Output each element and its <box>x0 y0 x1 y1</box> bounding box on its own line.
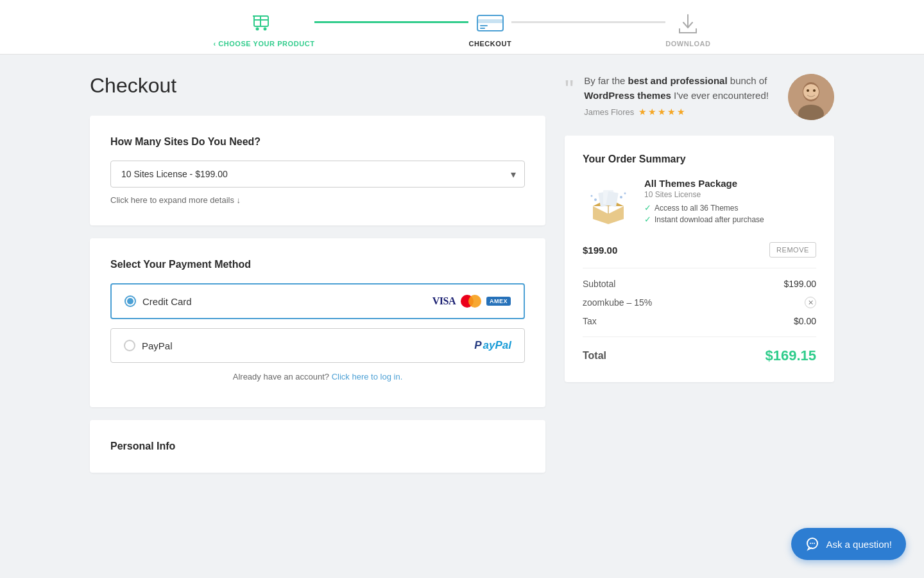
visa-logo: VISA <box>432 295 456 307</box>
quote-mark-icon: " <box>565 76 574 102</box>
testimonial-stars: ★★★★★ <box>638 107 687 117</box>
step-checkout-label: CHECKOUT <box>468 40 511 48</box>
testimonial: " By far the best and professional bunch… <box>565 74 834 120</box>
remove-button[interactable]: REMOVE <box>769 242 816 258</box>
login-link[interactable]: Click here to log in. <box>332 372 403 381</box>
radio-inner <box>127 298 133 304</box>
svg-point-22 <box>591 195 593 197</box>
svg-point-15 <box>813 89 816 92</box>
subtotal-value: $199.00 <box>783 279 816 289</box>
svg-point-14 <box>807 89 809 92</box>
tax-value: $0.00 <box>794 316 816 326</box>
left-column: Checkout How Many Sites Do You Need? 1 S… <box>90 74 545 486</box>
personal-info-card: Personal Info <box>90 420 545 473</box>
sites-card: How Many Sites Do You Need? 1 Site Licen… <box>90 116 545 225</box>
checkout-steps: ‹ CHOOSE YOUR PRODUCT CHECKOUT DOWNLOAD <box>0 0 924 55</box>
check-icon-1: ✓ <box>644 203 651 213</box>
order-summary-title: Your Order Summary <box>583 153 816 165</box>
order-item: All Themes Package 10 Sites License ✓ Ac… <box>583 178 816 229</box>
credit-card-radio <box>124 295 136 307</box>
paypal-radio <box>124 340 135 351</box>
line-1 <box>314 21 468 23</box>
step-choose-label: ‹ CHOOSE YOUR PRODUCT <box>213 40 314 48</box>
svg-point-4 <box>264 28 267 31</box>
account-link: Already have an account? Click here to l… <box>110 372 525 381</box>
paypal-left: PayPal <box>124 340 173 351</box>
right-column: " By far the best and professional bunch… <box>565 74 834 382</box>
cart-icon <box>250 9 278 37</box>
svg-point-3 <box>256 28 259 31</box>
avatar <box>788 74 834 120</box>
product-feature-1: ✓ Access to all 36 Themes <box>644 203 816 213</box>
paypal-logo-p: P <box>474 339 481 352</box>
tax-row: Tax $0.00 <box>583 316 816 326</box>
subtotal-row: Subtotal $199.00 <box>583 279 816 289</box>
license-select-wrapper: 1 Site License - $79.00 5 Sites License … <box>110 161 525 188</box>
page-heading: Checkout <box>90 74 545 98</box>
tax-label: Tax <box>583 316 597 326</box>
payment-option-credit-card[interactable]: Credit Card VISA AMEX <box>110 283 525 319</box>
product-info: All Themes Package 10 Sites License ✓ Ac… <box>644 178 816 229</box>
line-2 <box>511 21 665 23</box>
product-image <box>583 178 634 229</box>
divider-2 <box>583 337 816 337</box>
product-sublabel: 10 Sites License <box>644 190 816 199</box>
credit-card-label: Credit Card <box>142 296 192 307</box>
paypal-logo: P ayPal <box>474 339 511 352</box>
total-value: $169.15 <box>765 347 816 364</box>
payment-option-paypal[interactable]: PayPal P ayPal <box>110 328 525 363</box>
coupon-row: zoomkube – 15% ✕ <box>583 297 816 308</box>
total-row: Total $169.15 <box>583 347 816 364</box>
coupon-remove-button[interactable]: ✕ <box>805 297 816 308</box>
license-select[interactable]: 1 Site License - $79.00 5 Sites License … <box>110 161 525 188</box>
testimonial-text: By far the best and professional bunch o… <box>584 74 778 103</box>
paypal-label: PayPal <box>142 340 173 351</box>
order-summary-card: Your Order Summary <box>565 136 834 382</box>
subtotal-label: Subtotal <box>583 279 615 289</box>
svg-rect-7 <box>477 19 503 23</box>
sites-card-title: How Many Sites Do You Need? <box>110 136 525 148</box>
order-price: $199.00 <box>583 245 617 256</box>
card-logos: VISA AMEX <box>432 295 511 308</box>
svg-point-20 <box>624 193 626 195</box>
step-choose[interactable]: ‹ CHOOSE YOUR PRODUCT <box>213 9 314 48</box>
svg-point-19 <box>620 196 622 198</box>
payment-card-title: Select Your Payment Method <box>110 259 525 270</box>
step-download: DOWNLOAD <box>665 9 710 48</box>
divider-1 <box>583 268 816 268</box>
svg-point-13 <box>803 84 819 100</box>
testimonial-author: James Flores ★★★★★ <box>584 107 778 117</box>
step-checkout[interactable]: CHECKOUT <box>468 9 511 48</box>
page-container: Checkout How Many Sites Do You Need? 1 S… <box>51 55 873 505</box>
coupon-label: zoomkube – 15% <box>583 297 652 308</box>
testimonial-content: By far the best and professional bunch o… <box>584 74 778 117</box>
download-icon <box>674 9 702 37</box>
total-label: Total <box>583 350 606 362</box>
personal-info-title: Personal Info <box>110 441 525 452</box>
credit-card-left: Credit Card <box>124 295 192 307</box>
expand-details-link[interactable]: Click here to expand more details ↓ <box>110 195 525 205</box>
amex-logo: AMEX <box>486 297 511 306</box>
mastercard-logo <box>461 295 481 308</box>
payment-card: Select Your Payment Method Credit Card V… <box>90 238 545 407</box>
check-icon-2: ✓ <box>644 215 651 224</box>
product-name: All Themes Package <box>644 178 816 189</box>
paypal-logo-text: ayPal <box>483 339 511 352</box>
svg-point-21 <box>594 198 597 201</box>
checkout-icon <box>476 9 504 37</box>
order-price-row: $199.00 REMOVE <box>583 242 816 258</box>
product-feature-2: ✓ Instant download after purchase <box>644 215 816 224</box>
step-download-label: DOWNLOAD <box>665 40 710 48</box>
